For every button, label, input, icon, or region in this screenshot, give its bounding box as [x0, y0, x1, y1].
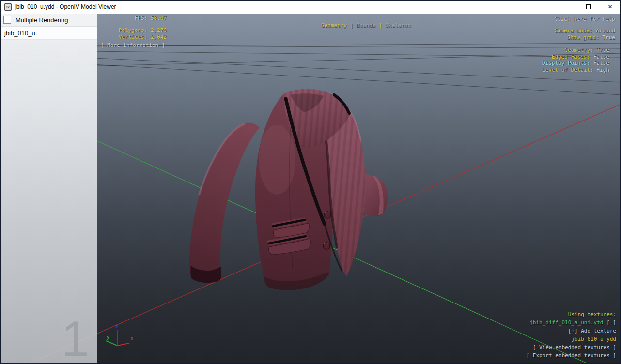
- axis-z-label: z: [115, 324, 118, 329]
- texture-entry: jbib_diff_010_a_uni.ytd [-]: [461, 319, 616, 326]
- more-information-button[interactable]: [ More information ]: [101, 42, 165, 48]
- model-list-panel: Multiple Rendering jbib_010_u 1: [1, 14, 97, 363]
- close-button[interactable]: ✕: [599, 0, 621, 14]
- add-texture-button[interactable]: [+] Add texture: [461, 328, 616, 334]
- display-points-toggle[interactable]: Display Points: False: [483, 60, 609, 66]
- window-title: jbib_010_u.ydd - OpenIV Model Viewer: [15, 3, 116, 10]
- edged-faces-toggle[interactable]: Edged Faces: False: [483, 54, 609, 60]
- axis-indicator: z y x: [106, 324, 133, 346]
- view-embedded-textures-button[interactable]: [ View embedded textures ]: [461, 344, 616, 350]
- minimize-icon: [564, 7, 569, 7]
- help-link[interactable]: Click here for help: [489, 16, 615, 22]
- minimize-button[interactable]: [556, 0, 577, 14]
- title-bar: IV jbib_010_u.ydd - OpenIV Model Viewer …: [0, 0, 621, 14]
- multiple-rendering-row: Multiple Rendering: [1, 14, 97, 27]
- export-embedded-textures-button[interactable]: [ Export embedded textures ]: [461, 352, 616, 359]
- using-textures-header: Using textures:: [461, 311, 616, 318]
- geometry-toggle[interactable]: Geometry: True: [483, 47, 609, 53]
- camera-mode-toggle[interactable]: Camera mode: Around: [489, 28, 615, 34]
- openiv-model-viewer-window: z y x FPS: 58.07 Polygons: 2,276 Vertice…: [0, 0, 621, 364]
- tab-geometry[interactable]: Geometry: [321, 22, 347, 29]
- texture-name-link[interactable]: jbib_diff_010_a_uni.ytd: [529, 319, 603, 326]
- show-grid-toggle[interactable]: Show grid: True: [489, 34, 615, 41]
- multiple-rendering-checkbox[interactable]: [3, 16, 11, 24]
- remove-texture-button[interactable]: [-]: [606, 319, 616, 326]
- tab-bounds[interactable]: Bounds: [357, 22, 376, 29]
- axis-x-label: x: [130, 335, 133, 341]
- maximize-button[interactable]: [577, 0, 599, 14]
- level-of-detail-toggle[interactable]: Level of Detail: High: [483, 67, 609, 73]
- axis-y-label: y: [107, 334, 109, 340]
- multiple-rendering-label: Multiple Rendering: [16, 16, 68, 24]
- openiv-app-icon: IV: [4, 3, 12, 11]
- maximize-icon: [586, 4, 591, 9]
- model-file-name: jbib_010_u.ydd: [461, 336, 616, 342]
- model-list-item[interactable]: jbib_010_u: [1, 27, 97, 40]
- tab-separator: |: [379, 22, 382, 29]
- tab-skeleton[interactable]: Skeleton: [386, 22, 411, 29]
- drawable-index-watermark: 1: [61, 315, 89, 363]
